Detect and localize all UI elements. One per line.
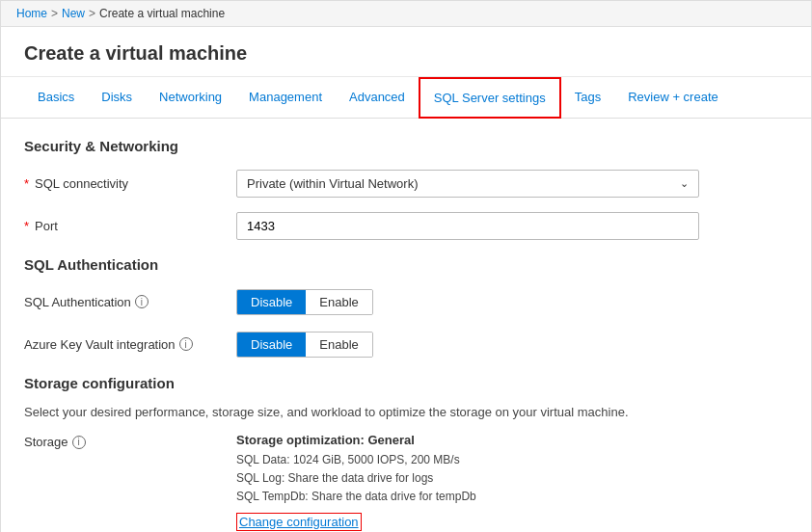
section-security-networking-title: Security & Networking (24, 138, 788, 154)
breadcrumb-current: Create a virtual machine (99, 7, 225, 20)
sql-auth-info-icon[interactable]: i (135, 295, 149, 308)
sql-connectivity-dropdown[interactable]: Private (within Virtual Network) ⌄ (236, 170, 699, 198)
tab-review-create[interactable]: Review + create (614, 78, 732, 118)
storage-info-box: Storage optimization: General SQL Data: … (236, 433, 788, 531)
storage-config-section: Storage configuration Select your desire… (24, 375, 788, 531)
breadcrumb-sep-1: > (51, 7, 58, 20)
sql-connectivity-required-star: * (24, 176, 29, 191)
port-row: * Port (24, 210, 788, 241)
breadcrumb: Home > New > Create a virtual machine (1, 1, 811, 27)
tab-disks[interactable]: Disks (88, 78, 146, 118)
storage-row: Storage i Storage optimization: General … (24, 433, 788, 531)
section-storage-config-title: Storage configuration (24, 375, 788, 391)
breadcrumb-sep-2: > (89, 7, 95, 20)
tab-sql-server-settings[interactable]: SQL Server settings (419, 77, 561, 119)
storage-info-icon[interactable]: i (72, 436, 86, 449)
section-sql-authentication-title: SQL Authentication (24, 256, 788, 273)
content-area: Security & Networking * SQL connectivity… (1, 119, 811, 532)
breadcrumb-new[interactable]: New (62, 7, 85, 20)
tab-basics[interactable]: Basics (24, 78, 88, 118)
tab-networking[interactable]: Networking (146, 78, 235, 118)
storage-label: Storage i (24, 433, 236, 449)
storage-config-description: Select your desired performance, storage… (24, 405, 788, 419)
sql-auth-enable-button[interactable]: Enable (306, 290, 371, 314)
storage-detail-2: SQL TempDb: Share the data drive for tem… (236, 488, 788, 506)
sql-auth-control: Disable Enable (236, 289, 788, 315)
azure-key-vault-enable-button[interactable]: Enable (306, 332, 371, 357)
tabs-bar: Basics Disks Networking Management Advan… (1, 77, 811, 119)
azure-key-vault-info-icon[interactable]: i (179, 337, 193, 351)
sql-auth-toggle-group: Disable Enable (236, 289, 373, 315)
tab-advanced[interactable]: Advanced (336, 78, 419, 118)
change-configuration-link[interactable]: Change configuration (236, 513, 362, 531)
storage-detail-0: SQL Data: 1024 GiB, 5000 IOPS, 200 MB/s (236, 451, 788, 469)
chevron-down-icon: ⌄ (680, 177, 689, 190)
storage-detail-1: SQL Log: Share the data drive for logs (236, 469, 788, 488)
sql-auth-row: SQL Authentication i Disable Enable (24, 286, 788, 317)
azure-key-vault-disable-button[interactable]: Disable (237, 332, 306, 357)
page-container: Home > New > Create a virtual machine Cr… (0, 0, 812, 532)
azure-key-vault-label: Azure Key Vault integration i (24, 337, 236, 352)
breadcrumb-home[interactable]: Home (16, 7, 47, 20)
port-control (236, 212, 788, 240)
tab-management[interactable]: Management (235, 78, 336, 118)
storage-optimization-title: Storage optimization: General (236, 433, 788, 447)
tab-tags[interactable]: Tags (561, 78, 614, 118)
port-input[interactable] (236, 212, 699, 240)
sql-auth-label: SQL Authentication i (24, 295, 236, 309)
page-title: Create a virtual machine (24, 42, 788, 65)
azure-key-vault-control: Disable Enable (236, 332, 788, 358)
sql-auth-disable-button[interactable]: Disable (237, 290, 306, 314)
page-header: Create a virtual machine (1, 27, 811, 77)
sql-connectivity-row: * SQL connectivity Private (within Virtu… (24, 168, 788, 199)
sql-connectivity-control: Private (within Virtual Network) ⌄ (236, 170, 788, 198)
azure-key-vault-row: Azure Key Vault integration i Disable En… (24, 329, 788, 359)
azure-key-vault-toggle-group: Disable Enable (236, 332, 373, 358)
port-required-star: * (24, 219, 29, 233)
port-label: * Port (24, 219, 236, 233)
sql-connectivity-label: * SQL connectivity (24, 176, 236, 191)
